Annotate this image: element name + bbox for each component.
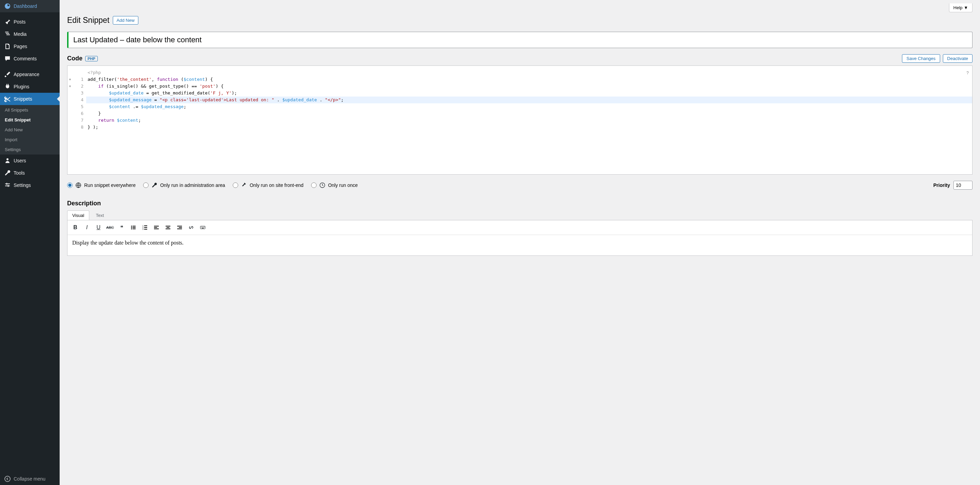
- code-content[interactable]: <?php add_filter('the_content', function…: [86, 66, 972, 134]
- sidebar-label: Comments: [14, 56, 37, 61]
- deactivate-button[interactable]: Deactivate: [943, 54, 972, 63]
- underline-icon[interactable]: U: [93, 222, 103, 233]
- svg-rect-24: [200, 226, 205, 229]
- quote-icon[interactable]: ❝: [116, 222, 127, 233]
- help-tab[interactable]: Help ▼: [949, 3, 972, 12]
- link-icon[interactable]: [186, 222, 196, 233]
- sliders-icon: [4, 182, 11, 188]
- svg-text:3: 3: [142, 228, 143, 230]
- add-new-button[interactable]: Add New: [113, 16, 138, 25]
- sub-settings[interactable]: Settings: [0, 145, 60, 155]
- user-icon: [4, 157, 11, 164]
- priority-input[interactable]: [953, 181, 972, 190]
- svg-rect-12: [144, 227, 147, 228]
- code-label: Code: [67, 55, 83, 62]
- svg-rect-19: [167, 227, 169, 228]
- scope-admin[interactable]: Only run in administration area: [143, 182, 225, 188]
- svg-rect-25: [201, 227, 202, 228]
- svg-rect-18: [165, 226, 170, 227]
- sidebar-item-users[interactable]: Users: [0, 155, 60, 167]
- sidebar-item-pages[interactable]: Pages: [0, 40, 60, 53]
- line-gutter: 1 2 3 4 5 6 7 8: [73, 66, 86, 134]
- scope-row: Run snippet everywhere Only run in admin…: [67, 181, 972, 190]
- svg-rect-15: [154, 226, 159, 227]
- sidebar-item-posts[interactable]: Posts: [0, 16, 60, 28]
- sub-edit-snippet[interactable]: Edit Snippet: [0, 115, 60, 125]
- fold-gutter: ▼▼: [67, 66, 73, 134]
- sidebar-item-settings[interactable]: Settings: [0, 179, 60, 191]
- clock-icon: [319, 182, 325, 188]
- sidebar-label: Tools: [14, 170, 25, 175]
- rich-text-editor: B I U ABC ❝ 123 Display the update date …: [67, 220, 972, 256]
- svg-rect-16: [154, 227, 157, 228]
- svg-point-5: [131, 227, 132, 228]
- svg-rect-26: [202, 227, 203, 228]
- sidebar-label: Appearance: [14, 72, 40, 77]
- sidebar-label: Media: [14, 31, 27, 37]
- collapse-label: Collapse menu: [14, 476, 45, 482]
- sidebar-item-media[interactable]: Media: [0, 28, 60, 40]
- svg-point-0: [5, 476, 10, 482]
- collapse-menu[interactable]: Collapse menu: [0, 473, 60, 485]
- align-center-icon[interactable]: [163, 222, 173, 233]
- sidebar-label: Dashboard: [14, 3, 37, 9]
- italic-icon[interactable]: I: [82, 222, 92, 233]
- svg-rect-8: [132, 228, 135, 229]
- sidebar-submenu: All Snippets Edit Snippet Add New Import…: [0, 105, 60, 155]
- sidebar-label: Settings: [14, 182, 31, 188]
- bold-icon[interactable]: B: [70, 222, 80, 233]
- editor-tabs: Visual Text: [67, 211, 972, 220]
- sidebar-label: Plugins: [14, 84, 29, 89]
- wrench-icon: [4, 169, 11, 176]
- bullet-list-icon[interactable]: [128, 222, 138, 233]
- priority-label: Priority: [933, 182, 950, 188]
- svg-rect-17: [154, 228, 159, 229]
- save-changes-button[interactable]: Save Changes: [902, 54, 940, 63]
- align-left-icon[interactable]: [151, 222, 162, 233]
- sidebar-label: Pages: [14, 44, 27, 49]
- sidebar-item-tools[interactable]: Tools: [0, 167, 60, 179]
- svg-rect-22: [179, 227, 182, 228]
- svg-rect-6: [132, 227, 135, 228]
- scope-frontend[interactable]: Only run on site front-end: [233, 182, 304, 188]
- sidebar-item-snippets[interactable]: Snippets: [0, 93, 60, 105]
- admin-sidebar: Dashboard Posts Media Pages Comments App…: [0, 0, 60, 485]
- svg-point-3: [131, 226, 132, 227]
- svg-rect-20: [165, 228, 170, 229]
- description-content[interactable]: Display the update date below the conten…: [67, 235, 972, 255]
- numbered-list-icon[interactable]: 123: [140, 222, 150, 233]
- svg-point-7: [131, 228, 132, 230]
- editor-hint-icon[interactable]: ?: [966, 70, 969, 75]
- sidebar-item-plugins[interactable]: Plugins: [0, 80, 60, 93]
- sidebar-item-dashboard[interactable]: Dashboard: [0, 0, 60, 12]
- hammer-icon: [241, 182, 247, 188]
- brush-icon: [4, 71, 11, 78]
- sub-import[interactable]: Import: [0, 135, 60, 145]
- comment-icon: [4, 55, 11, 62]
- sub-all-snippets[interactable]: All Snippets: [0, 105, 60, 115]
- media-icon: [4, 31, 11, 38]
- wrench-icon: [151, 182, 158, 188]
- dashboard-icon: [4, 3, 11, 10]
- svg-rect-21: [177, 226, 182, 227]
- svg-rect-23: [177, 228, 182, 229]
- scope-everywhere[interactable]: Run snippet everywhere: [67, 182, 135, 188]
- sidebar-item-appearance[interactable]: Appearance: [0, 68, 60, 80]
- code-editor[interactable]: ? ▼▼ 1 2 3 4 5 6 7 8 <?php add_filter('t…: [67, 65, 972, 175]
- sidebar-label: Posts: [14, 19, 25, 25]
- tab-text[interactable]: Text: [91, 211, 109, 220]
- tab-visual[interactable]: Visual: [67, 211, 89, 220]
- sub-add-new[interactable]: Add New: [0, 125, 60, 135]
- snippet-title-input[interactable]: [67, 32, 972, 48]
- php-badge: PHP: [85, 56, 98, 61]
- rte-toolbar: B I U ABC ❝ 123: [67, 220, 972, 235]
- keyboard-icon[interactable]: [197, 222, 208, 233]
- description-label: Description: [67, 200, 972, 207]
- collapse-icon: [4, 475, 11, 482]
- sidebar-item-comments[interactable]: Comments: [0, 53, 60, 65]
- strikethrough-icon[interactable]: ABC: [105, 222, 115, 233]
- priority-group: Priority: [933, 181, 972, 190]
- align-right-icon[interactable]: [175, 222, 185, 233]
- scope-once[interactable]: Only run once: [311, 182, 358, 188]
- sidebar-label: Users: [14, 158, 26, 163]
